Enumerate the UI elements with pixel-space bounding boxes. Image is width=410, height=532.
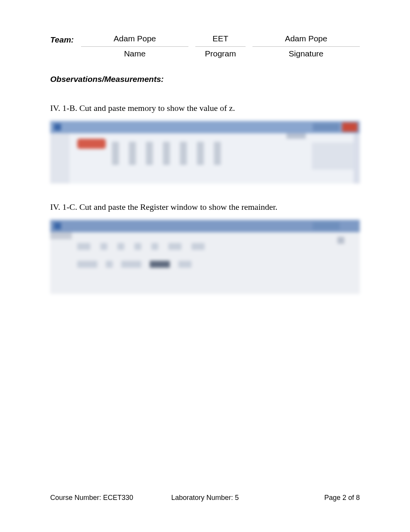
observations-heading: Observations/Measurements: xyxy=(50,75,360,84)
register-corner-icon xyxy=(337,237,344,244)
team-col-program: EET Program xyxy=(195,34,245,58)
team-columns: Adam Pope Name EET Program Adam Pope Sig… xyxy=(81,34,360,58)
memory-highlight xyxy=(77,139,106,149)
register-row-1 xyxy=(77,243,205,250)
task-1c: IV. 1-C. Cut and paste the Register wind… xyxy=(50,202,360,212)
memory-top-chip xyxy=(286,133,306,139)
team-signature-header: Signature xyxy=(289,49,324,58)
task-1b-number: IV. 1-B. xyxy=(50,103,77,113)
register-row-2 xyxy=(77,261,191,268)
team-col-signature: Adam Pope Signature xyxy=(252,34,360,58)
team-name-header: Name xyxy=(124,49,146,58)
memory-window xyxy=(50,121,360,184)
footer: Course Number: ECET330 Laboratory Number… xyxy=(50,494,360,502)
task-1b-text: Cut and paste memory to show the value o… xyxy=(79,103,235,113)
underline xyxy=(81,46,188,47)
memory-bytes xyxy=(112,142,221,165)
register-titlebar xyxy=(50,220,360,232)
memory-gutter xyxy=(50,133,69,184)
task-1c-number: IV. 1-C. xyxy=(50,202,77,212)
minimize-maximize-icon xyxy=(313,222,340,230)
footer-lab: Laboratory Number: 5 xyxy=(153,494,256,502)
underline xyxy=(195,46,245,47)
team-label: Team: xyxy=(50,34,81,58)
team-program-value: EET xyxy=(213,34,229,45)
window-icon xyxy=(54,124,61,131)
memory-ascii xyxy=(312,143,354,170)
minimize-maximize-icon xyxy=(313,123,340,131)
task-1c-text: Cut and paste the Register window to sho… xyxy=(79,202,277,212)
window-icon xyxy=(54,223,61,229)
footer-course: Course Number: ECET330 xyxy=(50,494,153,502)
register-tab xyxy=(50,232,72,239)
memory-body xyxy=(50,133,360,184)
page: Team: Adam Pope Name EET Program Adam Po… xyxy=(0,0,410,532)
close-icon xyxy=(342,122,357,132)
task-1b: IV. 1-B. Cut and paste memory to show th… xyxy=(50,103,360,113)
memory-titlebar xyxy=(50,121,360,133)
team-program-header: Program xyxy=(205,49,236,58)
register-body xyxy=(50,232,360,294)
team-col-name: Adam Pope Name xyxy=(81,34,188,58)
scrollbar xyxy=(354,133,360,184)
register-window xyxy=(50,220,360,294)
underline xyxy=(252,46,360,47)
footer-page: Page 2 of 8 xyxy=(257,494,360,502)
team-table: Team: Adam Pope Name EET Program Adam Po… xyxy=(50,34,360,58)
team-name-value: Adam Pope xyxy=(114,34,156,45)
team-signature-value: Adam Pope xyxy=(285,34,327,45)
